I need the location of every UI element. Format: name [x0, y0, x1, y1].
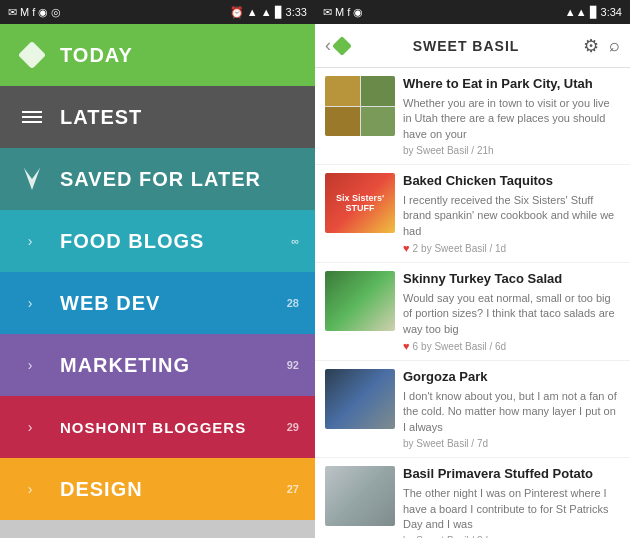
heart-icon-3: ♥	[403, 340, 410, 352]
feed-item-1[interactable]: Where to Eat in Park City, Utah Whether …	[315, 68, 630, 165]
feed-list: Where to Eat in Park City, Utah Whether …	[315, 68, 630, 538]
feed-byline-1: by Sweet Basil / 21h	[403, 145, 494, 156]
feed-thumb-4	[325, 369, 395, 429]
right-header: ‹ SWEET BASIL ⚙ ⌕	[315, 24, 630, 68]
today-label: TODAY	[60, 44, 299, 67]
nav-item-saved[interactable]: SAVED FOR LATER	[0, 148, 315, 210]
back-diamond-icon	[332, 36, 352, 56]
webdev-icon-area: ›	[16, 295, 48, 311]
design-icon-area: ›	[16, 481, 48, 497]
right-mail-icon: M	[335, 6, 344, 18]
settings-icon[interactable]: ⚙	[583, 35, 599, 57]
design-badge: 27	[287, 483, 299, 495]
nav-item-design[interactable]: › DESIGN 27	[0, 458, 315, 520]
right-gmail-icon: ✉	[323, 6, 332, 19]
saved-icon-area	[16, 168, 48, 190]
nav-item-marketing[interactable]: › MARKETING 92	[0, 334, 315, 396]
feed-content-1: Where to Eat in Park City, Utah Whether …	[403, 76, 620, 156]
latest-icon-area	[16, 111, 48, 123]
webdev-badge: 28	[287, 297, 299, 309]
saved-label: SAVED FOR LATER	[60, 168, 299, 191]
feed-thumb-1	[325, 76, 395, 136]
bookmark-icon	[24, 168, 40, 190]
feed-meta-2: ♥ 2 by Sweet Basil / 1d	[403, 242, 620, 254]
battery-icon: ▊	[275, 6, 283, 19]
webdev-label: WEB DEV	[60, 292, 287, 315]
food-icon-area: ›	[16, 233, 48, 249]
marketing-badge: 92	[287, 359, 299, 371]
feed-title-5: Basil Primavera Stuffed Potato	[403, 466, 620, 483]
feed-title: SWEET BASIL	[413, 38, 520, 54]
food-label: FOOD BLOGS	[60, 230, 291, 253]
right-rss-icon: ◉	[353, 6, 363, 19]
feed-desc-1: Whether you are in town to visit or you …	[403, 96, 620, 142]
nav-item-latest[interactable]: LATEST	[0, 86, 315, 148]
mail-icon: M	[20, 6, 29, 18]
back-button[interactable]: ‹	[325, 35, 349, 56]
search-icon[interactable]: ⌕	[609, 35, 620, 56]
feed-meta-1: by Sweet Basil / 21h	[403, 145, 620, 156]
nav-list: TODAY LATEST SAVED FOR LATER › FOOD BLOG…	[0, 24, 315, 538]
feed-title-4: Gorgoza Park	[403, 369, 620, 386]
status-bar-left: ✉ M f ◉ ◎ ⏰ ▲ ▲ ▊ 3:33	[0, 0, 315, 24]
feed-title-2: Baked Chicken Taquitos	[403, 173, 620, 190]
feed-title-3: Skinny Turkey Taco Salad	[403, 271, 620, 288]
feed-content-4: Gorgoza Park I don't know about you, but…	[403, 369, 620, 449]
noshonit-icon-area: ›	[16, 419, 48, 435]
latest-label: LATEST	[60, 106, 299, 129]
signal-icon: ▲	[247, 6, 258, 18]
status-bar-right: ✉ M f ◉ ▲▲ ▊ 3:34	[315, 0, 630, 24]
time-right: 3:34	[601, 6, 622, 18]
rss-icon: ◉	[38, 6, 48, 19]
design-label: DESIGN	[60, 478, 287, 501]
back-chevron-icon: ‹	[325, 35, 331, 56]
like-count-2: 2	[413, 243, 419, 254]
right-status-right: ▲▲ ▊ 3:34	[565, 6, 622, 19]
wifi-icon: ▲	[261, 6, 272, 18]
food-badge: ∞	[291, 235, 299, 247]
feed-desc-5: The other night I was on Pinterest where…	[403, 486, 620, 532]
feed-content-2: Baked Chicken Taquitos I recently receiv…	[403, 173, 620, 254]
webdev-arrow-icon: ›	[28, 295, 33, 311]
header-actions: ⚙ ⌕	[583, 35, 620, 57]
facebook-icon: f	[32, 6, 35, 18]
food-arrow-icon: ›	[28, 233, 33, 249]
nav-item-noshonit[interactable]: › NOSHONIT BLOGGERS 29	[0, 396, 315, 458]
feed-desc-4: I don't know about you, but I am not a f…	[403, 389, 620, 435]
nav-item-today[interactable]: TODAY	[0, 24, 315, 86]
feed-byline-3: by Sweet Basil / 6d	[421, 341, 506, 352]
right-panel: ✉ M f ◉ ▲▲ ▊ 3:34 ‹ SWEET BASIL ⚙ ⌕	[315, 0, 630, 538]
feed-item-4[interactable]: Gorgoza Park I don't know about you, but…	[315, 361, 630, 458]
noshonit-arrow-icon: ›	[28, 419, 33, 435]
hamburger-icon	[22, 111, 42, 123]
right-status-icons: ✉ M f ◉	[323, 6, 363, 19]
alarm-icon: ⏰	[230, 6, 244, 19]
today-icon-area	[16, 45, 48, 65]
right-signal-icon: ▲▲	[565, 6, 587, 18]
marketing-arrow-icon: ›	[28, 357, 33, 373]
marketing-icon-area: ›	[16, 357, 48, 373]
feed-content-3: Skinny Turkey Taco Salad Would say you e…	[403, 271, 620, 352]
marketing-label: MARKETING	[60, 354, 287, 377]
alarm-signal-icons: ⏰ ▲ ▲ ▊ 3:33	[230, 6, 307, 19]
feed-desc-3: Would say you eat normal, small or too b…	[403, 291, 620, 337]
time-left: 3:33	[286, 6, 307, 18]
feed-meta-3: ♥ 6 by Sweet Basil / 6d	[403, 340, 620, 352]
feed-item-3[interactable]: Skinny Turkey Taco Salad Would say you e…	[315, 263, 630, 361]
nav-item-webdev[interactable]: › WEB DEV 28	[0, 272, 315, 334]
diamond-icon	[18, 41, 46, 69]
feed-item-2[interactable]: Six Sisters'STUFF Baked Chicken Taquitos…	[315, 165, 630, 263]
feed-byline-4: by Sweet Basil / 7d	[403, 438, 488, 449]
noshonit-label: NOSHONIT BLOGGERS	[60, 419, 287, 436]
like-count-3: 6	[413, 341, 419, 352]
right-battery-icon: ▊	[590, 6, 598, 19]
feed-meta-4: by Sweet Basil / 7d	[403, 438, 620, 449]
nav-item-food[interactable]: › FOOD BLOGS ∞	[0, 210, 315, 272]
noshonit-badge: 29	[287, 421, 299, 433]
feed-thumb-2: Six Sisters'STUFF	[325, 173, 395, 233]
feed-byline-2: by Sweet Basil / 1d	[421, 243, 506, 254]
feed-thumb-3	[325, 271, 395, 331]
feed-item-5[interactable]: Basil Primavera Stuffed Potato The other…	[315, 458, 630, 538]
heart-icon-2: ♥	[403, 242, 410, 254]
left-panel: ✉ M f ◉ ◎ ⏰ ▲ ▲ ▊ 3:33 TODAY	[0, 0, 315, 538]
